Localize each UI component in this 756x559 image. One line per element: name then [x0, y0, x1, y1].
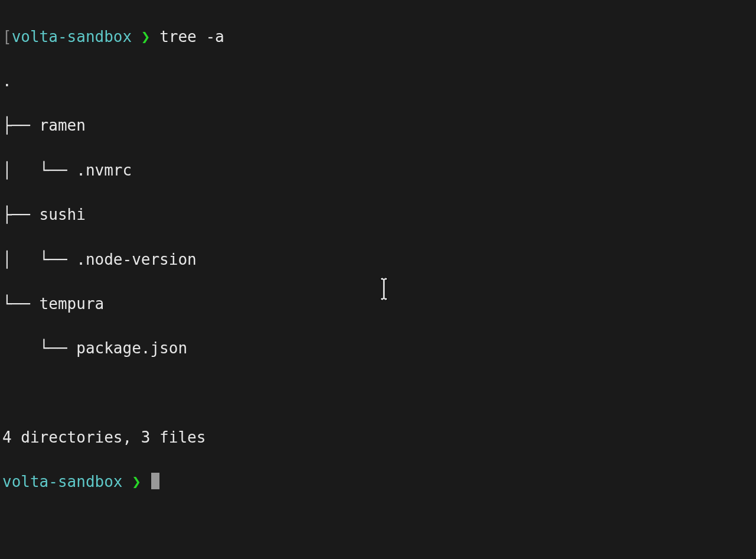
tree-file-node-version: │ └── .node-version [2, 249, 754, 271]
tree-dir-ramen: ├── ramen [2, 115, 754, 137]
prompt-directory-2: volta-sandbox [2, 473, 123, 490]
command-line-2[interactable]: volta-sandbox ❯ [2, 471, 754, 493]
terminal-cursor [151, 473, 159, 489]
tree-dir-sushi: ├── sushi [2, 204, 754, 226]
prompt-symbol: ❯ [141, 28, 151, 46]
command-line-1: [volta-sandbox ❯ tree -a [2, 26, 754, 48]
tree-dir-tempura: └── tempura [2, 293, 754, 316]
bracket-open: [ [2, 28, 12, 46]
command-text: tree -a [159, 28, 224, 46]
prompt-directory: volta-sandbox [12, 28, 132, 46]
tree-file-package-json: └── package.json [2, 337, 754, 360]
tree-summary: 4 directories, 3 files [2, 427, 754, 449]
tree-root: . [2, 70, 754, 93]
prompt-symbol-2: ❯ [132, 473, 141, 490]
blank-line [2, 382, 754, 405]
terminal-output[interactable]: [volta-sandbox ❯ tree -a . ├── ramen │ └… [2, 4, 754, 516]
tree-file-nvmrc: │ └── .nvmrc [2, 160, 754, 182]
